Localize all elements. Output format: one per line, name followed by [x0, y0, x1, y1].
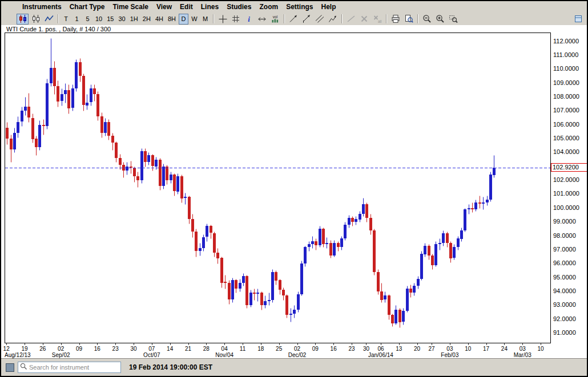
side-panel-button[interactable]	[572, 14, 584, 25]
chart-window: InstrumentsChart TypeTime ScaleViewEditL…	[0, 0, 588, 377]
zoom-region-button[interactable]	[447, 14, 459, 25]
time-axis-tick	[261, 343, 261, 345]
time-axis-day-label: 28	[203, 346, 210, 352]
candlestick-canvas[interactable]	[5, 33, 550, 343]
timeframe-button-2H[interactable]: 2H	[141, 14, 152, 25]
polyline-button[interactable]	[327, 14, 339, 25]
timeframe-button-T[interactable]: T	[61, 14, 71, 25]
time-axis-day-label: 13	[396, 346, 402, 352]
time-axis-day-label: 03	[446, 346, 453, 352]
ohlc-bars-icon	[31, 14, 41, 23]
chart-type-bars-button[interactable]	[30, 14, 42, 25]
time-axis-month-label: Jan/06/14	[368, 352, 393, 358]
time-axis-day-label: 09	[312, 346, 319, 352]
time-axis-month-label: Feb/03	[441, 352, 458, 358]
time-axis-day-label: 06	[377, 346, 384, 352]
chart-type-line-button[interactable]	[43, 14, 55, 25]
print-icon	[391, 14, 400, 23]
chart-region: WTI Crude 1. pos. , Daily, # 140 / 300 1…	[1, 25, 587, 359]
timeframe-button-5[interactable]: 5	[83, 14, 92, 25]
price-axis-label: 92.0000	[553, 315, 576, 322]
price-axis-label: 107.0000	[553, 107, 579, 113]
time-axis-tick	[522, 343, 523, 345]
toolbar-separator	[213, 14, 214, 23]
menu-settings[interactable]: Settings	[282, 2, 317, 12]
svg-text:vol: vol	[272, 15, 277, 19]
print-button[interactable]	[389, 14, 401, 25]
price-axis-label: 93.0000	[553, 301, 576, 308]
zoom-out-button[interactable]	[421, 14, 433, 25]
parallel-channel-button[interactable]	[313, 14, 325, 25]
toolbar-separator	[386, 14, 386, 23]
price-axis-label: 108.0000	[553, 93, 579, 100]
menu-studies[interactable]: Studies	[223, 2, 255, 12]
horizontal-scale-icon	[257, 14, 267, 23]
menu-zoom[interactable]: Zoom	[255, 2, 282, 12]
search-box[interactable]	[18, 362, 121, 373]
time-axis-tick	[134, 343, 134, 345]
trendline-button[interactable]	[287, 14, 299, 25]
timeframe-button-1[interactable]: 1	[72, 14, 82, 25]
toolbar-separator	[58, 14, 58, 23]
horizontal-scale-button[interactable]	[256, 14, 268, 25]
timeframe-button-8H[interactable]: 8H	[166, 14, 178, 25]
price-axis-label: 104.0000	[553, 148, 579, 155]
price-axis-label: 96.0000	[553, 260, 576, 266]
price-axis-label: 95.0000	[553, 274, 576, 281]
time-axis-month-label: Mar/03	[514, 352, 531, 358]
time-axis-day-label: 03	[519, 346, 526, 352]
time-axis-day-label: 30	[130, 346, 136, 352]
trendline-anchored-icon	[302, 14, 311, 23]
plot-area[interactable]	[5, 33, 551, 343]
grid-button[interactable]	[229, 14, 241, 25]
timeframe-button-30[interactable]: 30	[117, 14, 127, 25]
menu-instruments[interactable]: Instruments	[18, 2, 66, 12]
time-axis-day-label: 24	[501, 346, 508, 352]
price-axis-label: 94.0000	[553, 287, 576, 294]
time-axis-day-label: 16	[331, 346, 337, 352]
crosshair-button[interactable]	[216, 14, 228, 25]
timeframe-button-4H[interactable]: 4H	[154, 14, 165, 25]
timeframe-button-1H[interactable]: 1H	[128, 14, 140, 25]
time-axis-day-label: 23	[348, 346, 355, 352]
chart-type-candlestick-button[interactable]	[17, 14, 29, 25]
trendline-anchored-button[interactable]	[300, 14, 312, 25]
time-axis-day-label: 26	[39, 346, 46, 352]
time-axis-day-label: 18	[257, 346, 264, 352]
zoom-in-icon	[436, 14, 445, 23]
price-axis-label: 91.0000	[553, 329, 576, 336]
remove-all-icon: all	[373, 14, 382, 23]
print-preview-button[interactable]	[402, 14, 414, 25]
volume-icon: vol	[271, 14, 280, 23]
timeframe-button-M[interactable]: M	[200, 14, 210, 25]
timeframe-button-D[interactable]: D	[179, 14, 188, 25]
time-axis-tick	[61, 343, 62, 345]
menu-view[interactable]: View	[152, 2, 176, 12]
toolbar-separator	[284, 14, 284, 23]
timeframe-button-W[interactable]: W	[190, 14, 199, 25]
search-input[interactable]	[27, 363, 120, 371]
menu-chart-type[interactable]: Chart Type	[66, 2, 109, 12]
time-axis-day-label: 30	[363, 346, 369, 352]
menu-lines[interactable]: Lines	[197, 2, 223, 12]
time-axis-tick	[504, 343, 505, 345]
toolbar: T151015301H2H4H8HDWMivolall	[1, 13, 587, 26]
remove-selected-icon	[360, 14, 369, 23]
svg-text:i: i	[248, 15, 250, 23]
menu-time-scale[interactable]: Time Scale	[108, 2, 152, 12]
remove-all-button[interactable]: all	[371, 14, 383, 25]
menu-edit[interactable]: Edit	[176, 2, 197, 12]
time-axis-day-label: 20	[414, 346, 420, 352]
price-axis-label: 106.0000	[553, 121, 579, 128]
remove-line-button[interactable]	[345, 14, 357, 25]
timeframe-button-15[interactable]: 15	[105, 14, 115, 25]
volume-button[interactable]: vol	[269, 14, 281, 25]
instrument-icon[interactable]	[6, 363, 14, 372]
info-button[interactable]: i	[243, 14, 255, 25]
timeframe-button-10[interactable]: 10	[94, 14, 104, 25]
time-axis-day-label: 02	[58, 346, 64, 352]
remove-selected-button[interactable]	[358, 14, 370, 25]
time-axis-day-label: 17	[483, 346, 489, 352]
zoom-in-button[interactable]	[434, 14, 446, 25]
menu-help[interactable]: Help	[317, 2, 340, 12]
